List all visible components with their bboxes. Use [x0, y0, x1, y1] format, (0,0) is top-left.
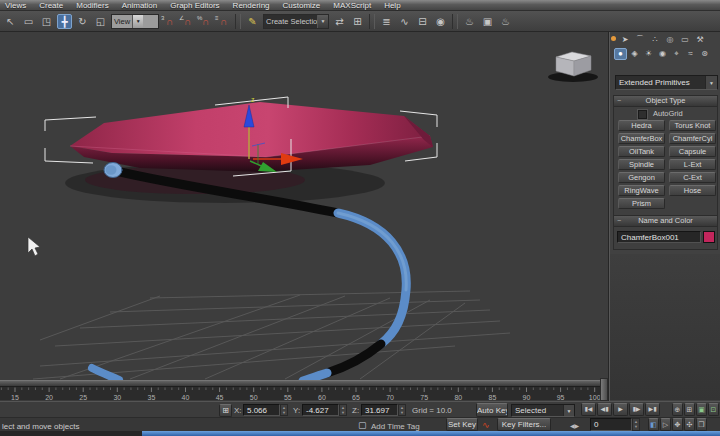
chevron-down-icon[interactable]: ▼: [317, 15, 328, 28]
auto-key-button[interactable]: Auto Key: [476, 403, 508, 417]
set-key-button[interactable]: Set Key: [446, 418, 478, 431]
menu-rendering[interactable]: Rendering: [233, 1, 270, 10]
play-button[interactable]: ▶: [613, 403, 628, 416]
snap-toggle-3d-icon[interactable]: ∩3: [162, 14, 177, 29]
y-spinner[interactable]: ▲▼: [339, 404, 347, 416]
track-bar-divider[interactable]: [600, 378, 608, 401]
hierarchy-tab[interactable]: ∴: [648, 34, 662, 46]
maximize-viewport-toggle-button[interactable]: ❒: [696, 418, 707, 431]
render-production-icon[interactable]: ♨: [498, 14, 513, 29]
window-crossing-toggle-icon[interactable]: ◳: [39, 14, 54, 29]
object-type-capsule-button[interactable]: Capsule: [669, 146, 716, 157]
spinner-snap-icon[interactable]: ∩≡: [216, 14, 231, 29]
shapes-category[interactable]: ◈: [628, 48, 641, 60]
go-to-end-button[interactable]: ▶▮: [645, 403, 660, 416]
object-type-prism-button[interactable]: Prism: [618, 198, 665, 209]
object-color-swatch[interactable]: [703, 231, 715, 243]
curve-editor-icon[interactable]: ∿: [397, 14, 412, 29]
cameras-category[interactable]: ◉: [656, 48, 669, 60]
menu-maxscript[interactable]: MAXScript: [333, 1, 371, 10]
utilities-tab[interactable]: ⚒: [693, 34, 707, 46]
select-and-rotate-icon[interactable]: ↻: [75, 14, 90, 29]
z-spinner[interactable]: ▲▼: [398, 404, 406, 416]
angle-snap-icon[interactable]: ∩∠: [180, 14, 195, 29]
field-of-view-button[interactable]: ◧: [648, 418, 659, 431]
object-type-l-ext-button[interactable]: L-Ext: [669, 159, 716, 170]
object-type-torus-knot-button[interactable]: Torus Knot: [669, 120, 716, 131]
current-frame-field[interactable]: 0: [590, 418, 632, 431]
chevron-down-icon[interactable]: ▼: [563, 405, 574, 416]
object-type-hose-button[interactable]: Hose: [669, 185, 716, 196]
object-type-chamferbox-button[interactable]: ChamferBox: [618, 133, 665, 144]
object-type-ringwave-button[interactable]: RingWave: [618, 185, 665, 196]
object-type-chamfercyl-button[interactable]: ChamferCyl: [669, 133, 716, 144]
x-spinner[interactable]: ▲▼: [280, 404, 288, 416]
y-coordinate-field[interactable]: -4.627: [302, 404, 339, 416]
select-and-move-icon[interactable]: ╋: [57, 14, 72, 29]
x-coordinate-field[interactable]: 5.066: [243, 404, 280, 416]
menu-views[interactable]: Views: [5, 1, 26, 10]
key-filters-button[interactable]: Key Filters...: [497, 418, 551, 431]
systems-category[interactable]: ⊛: [698, 48, 711, 60]
key-mode-dropdown[interactable]: Selected ▼: [511, 404, 575, 417]
mirror-icon[interactable]: ⇄: [332, 14, 347, 29]
menu-create[interactable]: Create: [39, 1, 63, 10]
collapse-icon[interactable]: −: [617, 216, 621, 226]
z-coordinate-field[interactable]: 31.697: [361, 404, 398, 416]
name-color-header[interactable]: − Name and Color: [614, 216, 717, 227]
menu-modifiers[interactable]: Modifiers: [76, 1, 108, 10]
select-and-scale-icon[interactable]: ◱: [93, 14, 108, 29]
object-type-gengon-button[interactable]: Gengon: [618, 172, 665, 183]
object-type-hedra-button[interactable]: Hedra: [618, 120, 665, 131]
walk-through-button[interactable]: ✣: [684, 418, 695, 431]
primitives-dropdown[interactable]: Extended Primitives ▼: [615, 75, 718, 90]
previous-frame-button[interactable]: ◀▮: [597, 403, 612, 416]
absolute-mode-toggle-icon[interactable]: ⊞: [219, 404, 232, 417]
viewport[interactable]: z: [0, 32, 608, 380]
object-type-spindle-button[interactable]: Spindle: [618, 159, 665, 170]
chevron-down-icon[interactable]: ▼: [705, 76, 717, 89]
collapse-icon[interactable]: −: [617, 96, 621, 106]
menu-help[interactable]: Help: [384, 1, 400, 10]
go-to-start-button[interactable]: ▮◀: [581, 403, 596, 416]
object-type-oiltank-button[interactable]: OilTank: [618, 146, 665, 157]
schematic-view-icon[interactable]: ⊟: [415, 14, 430, 29]
object-type-c-ext-button[interactable]: C-Ext: [669, 172, 716, 183]
percent-snap-icon[interactable]: ∩%: [198, 14, 213, 29]
frame-spinner[interactable]: ▲▼: [632, 418, 640, 431]
material-editor-icon[interactable]: ◉: [433, 14, 448, 29]
zoom-extents-all-button[interactable]: ⊡: [708, 403, 719, 416]
geometry-category[interactable]: ●: [614, 48, 627, 60]
lights-category[interactable]: ☀: [642, 48, 655, 60]
zoom-extents-button[interactable]: ▣: [696, 403, 707, 416]
align-icon[interactable]: ⊞: [350, 14, 365, 29]
keyboard-shortcut-override-icon[interactable]: ✎: [245, 14, 260, 29]
track-bar-ruler[interactable]: 1520253035404550556065707580859095100: [0, 387, 600, 401]
object-name-field[interactable]: ChamferBox001: [617, 231, 701, 243]
menu-customize[interactable]: Customize: [283, 1, 321, 10]
named-selection-sets-dropdown[interactable]: Create Selection Se▼: [263, 14, 329, 29]
create-tab[interactable]: ➤: [618, 34, 632, 46]
menu-graph-editors[interactable]: Graph Editors: [170, 1, 219, 10]
zoom-button[interactable]: ⊕: [672, 403, 683, 416]
autogrid-checkbox[interactable]: [638, 110, 647, 119]
menu-animation[interactable]: Animation: [122, 1, 158, 10]
reference-coordinate-dropdown[interactable]: View▼: [111, 14, 159, 29]
modify-tab[interactable]: ⌒: [633, 34, 647, 46]
rectangular-selection-region-icon[interactable]: ▭: [21, 14, 36, 29]
select-object-icon[interactable]: ↖: [3, 14, 18, 29]
display-tab[interactable]: ▭: [678, 34, 692, 46]
object-type-header[interactable]: − Object Type: [614, 96, 717, 107]
spacewarps-category[interactable]: ≈: [684, 48, 697, 60]
arc-rotate-button[interactable]: ▷: [660, 418, 671, 431]
next-frame-button[interactable]: ▮▶: [629, 403, 644, 416]
layer-manager-icon[interactable]: ≣: [379, 14, 394, 29]
rendered-frame-window-icon[interactable]: ▣: [480, 14, 495, 29]
track-bar[interactable]: 1520253035404550556065707580859095100: [0, 386, 600, 400]
motion-tab[interactable]: ◎: [663, 34, 677, 46]
render-setup-icon[interactable]: ♨: [462, 14, 477, 29]
helpers-category[interactable]: ⌖: [670, 48, 683, 60]
pan-button[interactable]: ✥: [672, 418, 683, 431]
zoom-all-button[interactable]: ⊞: [684, 403, 695, 416]
chevron-down-icon[interactable]: ▼: [132, 15, 143, 28]
